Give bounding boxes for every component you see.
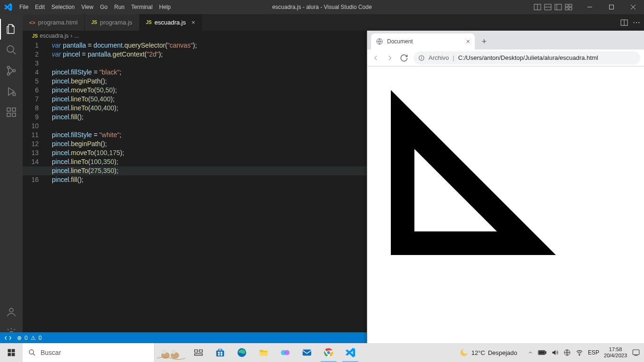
search-placeholder: Buscar <box>41 349 61 356</box>
account-icon[interactable] <box>0 302 23 322</box>
svg-rect-35 <box>8 353 11 356</box>
menu-go[interactable]: Go <box>97 0 111 14</box>
explorer-icon[interactable] <box>0 19 23 40</box>
address-bar[interactable]: Archivo | C:/Users/anton/Desktop/Julieta… <box>413 51 640 65</box>
svg-rect-24 <box>12 108 16 111</box>
svg-point-55 <box>284 350 289 355</box>
titlebar: FileEditSelectionViewGoRunTerminalHelp e… <box>0 0 644 14</box>
close-button[interactable] <box>622 0 644 14</box>
tab-programa-html[interactable]: <>programa.html <box>23 14 85 31</box>
extensions-icon[interactable] <box>0 102 23 123</box>
network-icon[interactable] <box>563 349 571 356</box>
svg-rect-45 <box>195 354 203 355</box>
svg-rect-7 <box>569 4 572 7</box>
minimize-button[interactable] <box>579 0 601 14</box>
back-button[interactable] <box>371 53 380 63</box>
code-editor[interactable]: 12345678910111213141516 var pantalla = d… <box>23 41 367 343</box>
editor-layout-icons[interactable] <box>534 3 572 11</box>
svg-point-14 <box>7 46 14 52</box>
status-bar[interactable]: ⊗0 ⚠0 <box>0 332 367 343</box>
tab-escuadra-js[interactable]: JSescuadra.js× <box>140 14 202 31</box>
remote-icon[interactable] <box>5 335 11 341</box>
svg-rect-4 <box>555 4 561 10</box>
maximize-button[interactable] <box>601 0 622 14</box>
svg-rect-22 <box>7 113 10 116</box>
editor-tabs: <>programa.htmlJSprograma.jsJSescuadra.j… <box>23 14 644 31</box>
svg-point-20 <box>13 93 16 96</box>
copilot-icon[interactable] <box>274 343 296 362</box>
wifi-icon[interactable] <box>576 349 583 356</box>
run-debug-icon[interactable] <box>0 81 23 102</box>
clock[interactable]: 17:58 20/4/2023 <box>604 346 627 359</box>
js-file-icon: JS <box>32 33 38 39</box>
menu-help[interactable]: Help <box>156 0 174 14</box>
url-separator: | <box>453 54 454 61</box>
start-button[interactable] <box>0 343 23 362</box>
info-icon <box>418 55 425 61</box>
weather-widget[interactable]: 12°C Despejado <box>459 348 517 357</box>
task-view-icon[interactable] <box>188 343 209 362</box>
close-tab-icon[interactable]: × <box>191 19 195 26</box>
menu-run[interactable]: Run <box>111 0 128 14</box>
tab-label: programa.js <box>100 19 132 26</box>
svg-rect-56 <box>303 350 311 356</box>
forward-button[interactable] <box>385 53 395 63</box>
svg-rect-51 <box>221 354 223 356</box>
chevron-up-icon[interactable] <box>528 350 533 355</box>
url-text: C:/Users/anton/Desktop/Julieta/alura/esc… <box>458 54 598 61</box>
tab-programa-js[interactable]: JSprograma.js <box>85 14 140 31</box>
menu-terminal[interactable]: Terminal <box>128 0 156 14</box>
vscode-taskbar-icon[interactable] <box>339 343 361 362</box>
new-tab-button[interactable]: + <box>478 35 491 48</box>
menu-edit[interactable]: Edit <box>32 0 48 14</box>
reload-button[interactable] <box>399 53 409 63</box>
file-explorer-icon[interactable] <box>253 343 274 362</box>
volume-icon[interactable] <box>551 349 559 356</box>
canvas-output <box>367 66 644 330</box>
browser-tab[interactable]: Document × <box>371 33 475 49</box>
mail-icon[interactable] <box>296 343 318 362</box>
window-title: escuadra.js - alura - Visual Studio Code <box>272 4 372 10</box>
svg-marker-19 <box>8 88 14 95</box>
clock-time: 17:58 <box>604 346 627 353</box>
breadcrumb-sep: › <box>71 33 73 39</box>
menu-selection[interactable]: Selection <box>48 0 78 14</box>
globe-icon <box>376 38 383 45</box>
svg-rect-62 <box>545 352 546 354</box>
clock-date: 20/4/2023 <box>604 353 627 359</box>
svg-point-16 <box>8 66 10 69</box>
moon-icon <box>459 348 469 357</box>
svg-rect-43 <box>195 350 198 352</box>
edge-icon[interactable] <box>231 343 253 362</box>
source-control-icon[interactable] <box>0 60 23 81</box>
chrome-icon[interactable] <box>318 343 339 362</box>
taskbar-pins <box>188 343 361 362</box>
language-indicator[interactable]: ESP <box>588 349 599 356</box>
split-editor-icon[interactable] <box>620 19 628 26</box>
menu-file[interactable]: File <box>16 0 32 14</box>
url-label: Archivo <box>429 54 449 61</box>
svg-rect-63 <box>539 351 544 354</box>
system-tray[interactable]: 12°C Despejado ESP 17:58 20/4/2023 <box>459 346 644 359</box>
close-tab-icon[interactable]: × <box>466 38 470 45</box>
menu-view[interactable]: View <box>78 0 97 14</box>
microsoft-store-icon[interactable] <box>209 343 231 362</box>
svg-line-15 <box>13 51 16 54</box>
browser-toolbar: Archivo | C:/Users/anton/Desktop/Julieta… <box>367 49 644 66</box>
taskbar-search[interactable]: Buscar <box>23 343 155 362</box>
svg-rect-33 <box>8 349 11 353</box>
more-actions-icon[interactable]: ⋯ <box>633 18 640 27</box>
search-icon[interactable] <box>0 40 23 60</box>
svg-point-25 <box>9 308 13 312</box>
search-icon <box>28 349 36 356</box>
weather-temp: 12°C <box>471 349 485 356</box>
svg-rect-9 <box>569 8 572 10</box>
code-content[interactable]: var pantalla = document.querySelector("c… <box>52 41 197 184</box>
menu-bar: FileEditSelectionViewGoRunTerminalHelp <box>16 0 174 14</box>
breadcrumb-more: ... <box>74 33 79 39</box>
svg-rect-66 <box>633 350 639 355</box>
battery-icon[interactable] <box>538 350 546 355</box>
svg-rect-48 <box>218 352 220 354</box>
breadcrumb-file: escuadra.js <box>40 33 68 39</box>
notifications-icon[interactable] <box>632 348 640 357</box>
